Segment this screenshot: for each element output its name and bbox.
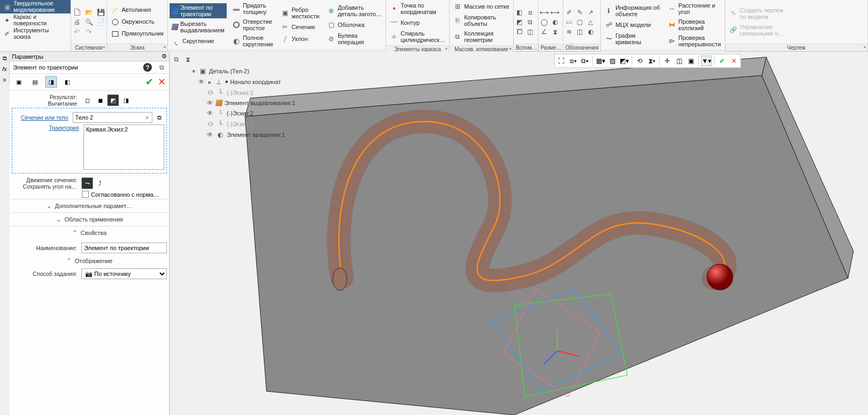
dim-btn-2[interactable]: ⟷ [551,8,559,17]
annot-btn-3[interactable]: ↗ [586,8,595,17]
cmd-sweep[interactable]: Элемент по траектории [170,3,227,18]
cmd-thicken[interactable]: Придать толщину [230,1,275,16]
cancel-button[interactable]: ✕ [158,76,166,88]
confirm-button[interactable]: ✔ [145,76,153,88]
aux-btn-2[interactable]: ⧈ [526,8,535,17]
dim-btn-3[interactable]: ◯ [540,18,549,26]
dim-btn-1[interactable]: ⟷ [540,8,549,17]
visibility-toggle[interactable]: ⦵ [206,120,214,128]
cmd-shell[interactable]: Оболочка [325,19,384,30]
group-caption[interactable]: Эскиз [107,44,167,51]
new-doc-button[interactable] [73,8,81,17]
vt-btn-5[interactable]: ▨ [607,56,618,66]
trajectory-input[interactable] [83,124,164,170]
save-button[interactable] [96,8,105,17]
tree-revolve-1[interactable]: 👁 ◐ Элемент вращения:1 [206,129,296,140]
annot-btn-7[interactable]: ≋ [565,27,573,36]
vt-btn-10[interactable]: ◫ [674,56,684,66]
annot-btn-6[interactable]: △ [586,18,595,26]
norm-checkbox[interactable] [82,191,89,198]
print-button[interactable] [73,18,81,26]
strip-btn-tree[interactable]: ⧉ [1,54,9,63]
dim-btn-6[interactable]: ⧗ [551,27,559,36]
group-caption[interactable]: Вспом… [514,44,538,51]
vt-cancel[interactable]: ✕ [729,56,739,66]
tree-sketch-3[interactable]: ⦵ └ (-)Эскиз:3 [206,119,296,129]
tree-sketch-1[interactable]: ⦵ └ (-)Эскиз:1 [206,87,296,98]
dim-btn-4[interactable]: ◐ [551,18,559,26]
group-caption[interactable]: Обозначения [563,44,600,51]
cmd-cut-extrude[interactable]: Вырезать выдавливанием [170,19,227,34]
tb-mode-3[interactable]: ◨ [45,76,57,88]
tree-btn-2[interactable]: ⧗ [184,55,192,64]
cmd-geometry-collection[interactable]: Коллекция геометрии [451,29,512,44]
vt-btn-9[interactable]: ✛ [662,56,673,66]
vt-btn-7[interactable]: ⟲ [634,56,645,66]
group-caption[interactable]: Системная [71,44,107,51]
vt-btn-2[interactable]: ⧈▾ [568,56,578,66]
cmd-spiral[interactable]: Спираль цилиндрическ… [388,29,447,44]
aux-btn-5[interactable]: ⧠ [515,27,524,36]
section-display[interactable]: Отображение [12,254,167,267]
vt-btn-1[interactable]: ⛶ [556,56,566,66]
cmd-grid-array[interactable]: Массив по сетке [451,1,512,12]
section-scope[interactable]: Область применения [12,212,167,226]
tab-solid-modeling[interactable]: Твердотельное моделирование [0,0,71,13]
panel-settings-button[interactable]: ⚙ [162,53,167,60]
visibility-toggle[interactable]: 👁 [206,109,214,117]
section-or-body-label[interactable]: Сечение или тело [15,114,71,121]
expander-icon[interactable]: ▾ [191,68,196,75]
cmd-point-by-coords[interactable]: Точка по координатам [388,1,447,16]
vt-filter-button[interactable]: ▼▾ [701,56,712,66]
vt-btn-11[interactable]: ▣ [685,56,696,66]
visibility-toggle[interactable]: 👁 [198,78,205,86]
aux-btn-1[interactable]: ◧ [515,8,524,17]
annot-btn-1[interactable]: ✐ [565,8,573,17]
tb-mode-2[interactable]: ▤ [29,76,41,88]
tab-wireframe-surfaces[interactable]: ✦Каркас и поверхности [0,13,71,27]
motion-opt-1[interactable]: ⤳ [81,177,93,189]
visibility-toggle[interactable]: 👁 [206,99,214,107]
tb-mode-1[interactable]: ▣ [13,76,25,88]
tree-origin[interactable]: 👁 ▸ ⊥ • Начало координат [198,77,296,87]
redo-button[interactable] [85,27,93,36]
aux-btn-4[interactable]: ⧉ [526,18,535,26]
result-new[interactable]: ◨ [120,94,132,106]
cmd-object-info[interactable]: Информация об объекте [603,3,662,18]
aux-btn-6[interactable]: ◫ [526,27,535,36]
result-add[interactable]: ◻ [81,94,93,106]
tree-sketch-2[interactable]: 👁 └ (-)Эскиз:2 [206,108,296,119]
annot-btn-8[interactable]: ◫ [576,27,584,36]
vt-btn-4[interactable]: ▦▾ [595,56,606,66]
result-intersect[interactable]: ◩ [107,94,119,106]
tab-sketch-tools[interactable]: ✐Инструменты эскиза [0,27,71,40]
cmd-rib[interactable]: Ребро жесткости [278,5,321,20]
cmd-section[interactable]: Сечение [278,22,321,32]
tb-mode-4[interactable]: ◧ [61,76,73,88]
vt-btn-6[interactable]: ◩▾ [619,56,629,66]
cmd-boolean[interactable]: Булева операция [325,31,384,46]
cmd-rectangle[interactable]: Прямоугольник [109,29,166,39]
cmd-hole[interactable]: Отверстие простое [230,17,275,32]
section-properties[interactable]: Свойства [12,226,167,239]
cmd-collision-check[interactable]: Проверка коллизий [666,17,723,32]
open-button[interactable] [85,8,93,17]
expander-icon[interactable]: ▸ [207,79,212,86]
cmd-mcx[interactable]: МЦХ модели [603,19,662,30]
annot-btn-4[interactable]: ▭ [565,18,573,26]
vt-btn-3[interactable]: ⧉▾ [579,56,590,66]
properties-button[interactable] [96,18,105,26]
group-caption[interactable]: Чертеж [725,44,867,51]
annot-btn-2[interactable]: ✎ [576,8,584,17]
vt-confirm[interactable]: ✔ [717,56,727,66]
tree-btn-1[interactable]: ⧉ [172,55,180,64]
help-button[interactable]: ? [143,63,152,72]
cmd-curvature[interactable]: График кривизны [603,31,662,46]
cmd-autoline[interactable]: Автолиния [109,5,166,16]
cmd-full-fillet[interactable]: Полное скругление [230,33,275,49]
dim-btn-5[interactable]: ∠ [540,27,549,36]
pin-button[interactable]: ⧉ [157,63,166,72]
strip-btn-list[interactable]: ≡ [1,75,9,84]
visibility-toggle[interactable]: 👁 [206,131,214,139]
vt-btn-8[interactable]: ⧗▾ [646,56,657,66]
